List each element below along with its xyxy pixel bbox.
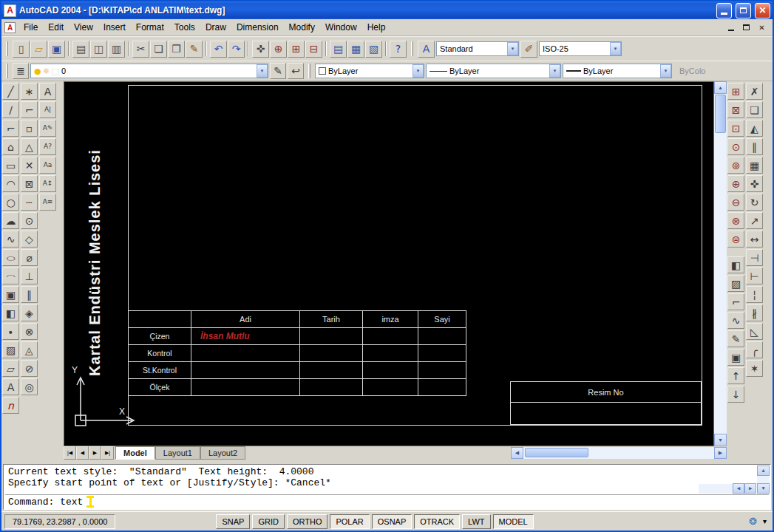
mirror-button[interactable]: ◭ (746, 120, 763, 137)
chevron-down-icon[interactable]: ▼ (660, 64, 671, 78)
tab-layout1[interactable]: Layout1 (155, 446, 200, 460)
move-button[interactable]: ✜ (746, 175, 763, 192)
mdi-restore-button[interactable] (740, 22, 753, 33)
chevron-down-icon[interactable]: ▼ (610, 42, 621, 55)
redo-button[interactable]: ↷ (228, 41, 245, 58)
tool-palettes-button[interactable]: ▧ (365, 41, 382, 58)
snap-tangent-button[interactable]: ⌀ (21, 249, 38, 266)
status-lwt-button[interactable]: LWT (462, 514, 490, 529)
offset-button[interactable]: ∥ (746, 138, 763, 155)
scroll-up-button[interactable]: ▲ (714, 81, 727, 94)
menu-help[interactable]: Help (362, 20, 391, 35)
menu-edit[interactable]: Edit (43, 20, 69, 35)
lineweight-combo[interactable]: ByLayer ▼ (563, 64, 672, 78)
rectangle-button[interactable]: ▭ (2, 157, 19, 174)
linetype-combo[interactable]: ByLayer ▼ (426, 64, 561, 78)
red-n-button[interactable]: n (2, 397, 19, 414)
line-button[interactable]: ╱ (2, 83, 19, 100)
command-history[interactable]: Current text style: "Standard" Text heig… (5, 466, 756, 493)
status-osnap-button[interactable]: OSNAP (372, 514, 413, 529)
edit-spline-button[interactable]: ∿ (727, 312, 744, 329)
toolbar-grip[interactable] (411, 41, 413, 56)
status-snap-button[interactable]: SNAP (216, 514, 250, 529)
zoom-out-button[interactable]: ⊖ (727, 194, 744, 211)
revision-cloud-button[interactable]: ☁ (2, 212, 19, 229)
multiline-text-button[interactable]: A (39, 83, 56, 100)
draworder-front-button[interactable]: ↑ (727, 367, 744, 384)
layer-previous-button[interactable]: ↩ (288, 63, 304, 79)
menu-file[interactable]: File (18, 20, 43, 35)
insert-block-button[interactable]: ▣ (2, 286, 19, 303)
make-block-button[interactable]: ◧ (2, 304, 19, 321)
tab-layout2[interactable]: Layout2 (200, 446, 245, 460)
plot-button[interactable]: ▤ (72, 41, 89, 58)
arc-button[interactable]: ◠ (2, 175, 19, 192)
layers-manager-button[interactable]: ≣ (13, 63, 29, 79)
scroll-left-button[interactable]: ◀ (511, 447, 523, 459)
justify-text-button[interactable]: A≡ (39, 194, 56, 211)
menu-view[interactable]: View (69, 20, 98, 35)
osnap-settings-button[interactable]: ◎ (21, 378, 38, 395)
snap-nearest-button[interactable]: ◬ (21, 341, 38, 358)
trim-button[interactable]: ⊣ (746, 249, 763, 266)
scroll-down-button[interactable]: ▼ (714, 434, 727, 446)
find-replace-button[interactable]: A? (39, 138, 56, 155)
stretch-button[interactable]: ↔ (746, 231, 763, 248)
layer-combo[interactable]: ●☼□ 0 ▼ (30, 64, 268, 78)
hatch-button[interactable]: ▨ (2, 341, 19, 358)
horizontal-scroll-track[interactable] (699, 484, 733, 494)
ellipse-arc-button[interactable]: ◠ (2, 267, 19, 284)
snap-perpendicular-button[interactable]: ⊥ (21, 267, 38, 284)
scroll-right-button[interactable]: ▶ (744, 483, 756, 494)
ellipse-button[interactable]: ○ (2, 249, 19, 266)
snap-insert-button[interactable]: ◈ (21, 304, 38, 321)
edit-text-button[interactable]: ✎ (727, 330, 744, 347)
text-style-button[interactable]: Aa (39, 157, 56, 174)
help-button[interactable]: ? (390, 41, 407, 58)
menu-dimension[interactable]: Dimension (231, 20, 284, 35)
new-file-button[interactable]: ▯ (13, 41, 30, 58)
scroll-left-button[interactable]: ◀ (733, 483, 744, 494)
mdi-minimize-button[interactable] (724, 22, 737, 33)
polygon-button[interactable]: ⌂ (2, 138, 19, 155)
chevron-down-icon[interactable]: ▼ (507, 42, 518, 55)
edit-hatch-button[interactable]: ▨ (727, 275, 744, 292)
snap-apparent-intersection-button[interactable]: ⊠ (21, 175, 38, 192)
snap-none-button[interactable]: ⊘ (21, 360, 38, 377)
coordinates-readout[interactable]: 79.1769, 23.2987 , 0.0000 (4, 514, 115, 529)
text-style-manager-button[interactable]: A (418, 41, 435, 58)
command-input-line[interactable]: Command: text (5, 494, 769, 508)
zoom-all-button[interactable]: ⊛ (727, 212, 744, 229)
copy-object-button[interactable]: ❏ (746, 101, 763, 118)
save-file-button[interactable]: ▣ (48, 41, 65, 58)
zoom-realtime-button[interactable]: ⊕ (270, 41, 287, 58)
scale-button[interactable]: ↗ (746, 212, 763, 229)
drawing-canvas[interactable]: Kartal Endüstri Meslek Lisesi AdiTarihim… (64, 81, 714, 446)
mdi-close-button[interactable]: ✕ (756, 22, 768, 33)
title-bar[interactable]: A AutoCAD 2004 - [D:\KITAP\cd ANLATIM\te… (1, 1, 773, 19)
edit-attribute-button[interactable]: ▣ (727, 349, 744, 366)
zoom-window-button[interactable]: ⊞ (288, 41, 305, 58)
draworder-back-button[interactable]: ↓ (727, 386, 744, 403)
snap-quadrant-button[interactable]: ◇ (21, 231, 38, 248)
temporary-track-point-button[interactable]: ∗ (21, 83, 38, 100)
extend-button[interactable]: ⊢ (746, 267, 763, 284)
status-model-button[interactable]: MODEL (493, 514, 534, 529)
circle-button[interactable]: ○ (2, 194, 19, 211)
snap-node-button[interactable]: ⊗ (21, 323, 38, 340)
match-properties-button[interactable]: ✎ (186, 41, 203, 58)
toolbar-grip[interactable] (308, 64, 310, 78)
make-objects-layer-current-button[interactable]: ✎ (270, 63, 286, 79)
vertical-scrollbar-thumb[interactable] (715, 95, 726, 133)
pan-realtime-button[interactable]: ✜ (252, 41, 269, 58)
status-ortho-button[interactable]: ORTHO (287, 514, 328, 529)
close-button[interactable]: ✕ (755, 3, 770, 18)
zoom-scale-button[interactable]: ⊡ (727, 120, 744, 137)
copy-button[interactable]: ❏ (150, 41, 167, 58)
canvas-vertical-scrollbar[interactable]: ▲ ▼ (714, 81, 727, 446)
scroll-down-button[interactable]: ▼ (757, 483, 770, 494)
status-grid-button[interactable]: GRID (252, 514, 285, 529)
status-menu-arrow-icon[interactable]: ▾ (760, 517, 770, 525)
polyline-button[interactable]: ⌐ (2, 120, 19, 137)
scroll-up-button[interactable]: ▲ (757, 466, 770, 476)
